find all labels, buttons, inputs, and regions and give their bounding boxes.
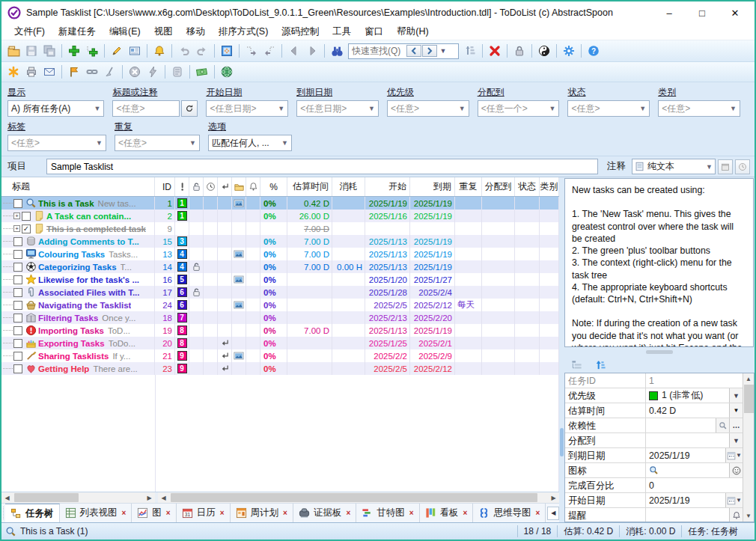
calendar-dropdown-button[interactable]: ▼ (725, 448, 743, 462)
task-title-cell[interactable]: Navigating the Tasklist (1, 299, 155, 311)
task-title-cell[interactable]: Categorizing TasksT... (1, 260, 155, 273)
columns-hscrollbar[interactable]: ◀▶ (158, 492, 559, 503)
expand-icon[interactable]: + (13, 225, 20, 232)
column-header-due[interactable]: 到期 (410, 177, 455, 196)
task-checkbox[interactable] (13, 314, 22, 323)
column-header-estimate[interactable]: 估算时间 (287, 177, 332, 196)
web-globe-button[interactable] (218, 64, 236, 81)
task-checkbox[interactable] (13, 339, 22, 348)
menu-item-5[interactable]: 排序方式(S) (212, 24, 275, 40)
task-row[interactable]: Adding Comments to T...1530%7.00 D2025/1… (1, 235, 559, 248)
save-button[interactable] (22, 43, 40, 60)
menu-item-7[interactable]: 工具 (326, 24, 358, 40)
tab-drag-grip[interactable] (3, 507, 4, 519)
task-row[interactable]: +✓This is a completed task97.00 D (1, 222, 559, 235)
task-checkbox[interactable]: ✓ (22, 224, 31, 233)
open-folder-button[interactable] (4, 43, 22, 60)
task-row[interactable]: Filtering TasksOnce y...1870%2025/2/1320… (1, 311, 559, 324)
attribute-row[interactable]: 到期日期2025/1/19▼ (565, 448, 743, 463)
menu-item-8[interactable]: 窗口 (358, 24, 390, 40)
view-tab-图[interactable]: 图× (132, 504, 176, 522)
task-title-cell[interactable]: Filtering TasksOnce y... (1, 311, 155, 324)
task-checkbox[interactable] (13, 237, 22, 246)
column-header-id[interactable]: ID (155, 177, 175, 196)
menu-item-1[interactable]: 新建任务 (52, 24, 103, 40)
attribute-row[interactable]: 提醒 (565, 508, 743, 522)
find-binoculars-button[interactable] (328, 43, 346, 60)
column-header-status[interactable]: 状态 (515, 177, 540, 196)
task-row[interactable]: Getting HelpThere are...2390%2025/2/5202… (1, 362, 559, 375)
spin-down-button[interactable]: ▼ (729, 403, 743, 418)
expand-icon[interactable]: + (13, 213, 20, 219)
tab-close-icon[interactable]: × (535, 509, 540, 517)
indent-left-button[interactable] (260, 43, 278, 60)
menu-item-4[interactable]: 移动 (180, 24, 212, 40)
attribute-value[interactable] (646, 463, 729, 477)
find-prev-button[interactable] (406, 45, 421, 57)
task-row[interactable]: Navigating the Tasklist2460%2025/2/52025… (1, 299, 559, 311)
broom-button[interactable] (101, 64, 119, 81)
maximize-view-button[interactable] (218, 43, 236, 60)
lightning-bolt-button[interactable] (144, 64, 162, 81)
minimize-button[interactable]: – (653, 3, 686, 22)
menu-item-9[interactable]: 帮助(H) (390, 24, 435, 40)
view-tab-周计划[interactable]: 周计划× (231, 504, 293, 522)
column-header-spent[interactable]: 消耗 (332, 177, 365, 196)
tab-close-icon[interactable]: × (283, 509, 287, 517)
dependency-view-button[interactable] (716, 418, 729, 433)
filter-combo[interactable]: <任意>▼ (658, 100, 740, 117)
save-all-button[interactable] (40, 43, 58, 60)
column-header-percent[interactable]: % (260, 177, 287, 196)
find-next-button[interactable] (422, 45, 437, 57)
calendar-dropdown-button[interactable]: ▼ (725, 493, 743, 507)
filter-combo[interactable]: <任意>▼ (7, 135, 106, 151)
task-title-cell[interactable]: Associated Files with T... (1, 286, 155, 299)
resize-grip[interactable] (744, 523, 755, 540)
task-row[interactable]: Sharing TasklistsIf y...2190%2025/2/2202… (1, 349, 559, 362)
task-title-cell[interactable]: Getting HelpThere are... (1, 362, 155, 375)
combo-dropdown-button[interactable]: ▼ (729, 388, 743, 403)
nav-back-button[interactable] (285, 43, 303, 60)
project-name-input[interactable] (46, 159, 598, 174)
attribute-row[interactable]: 分配到▼ (565, 433, 743, 448)
comments-date-button[interactable] (718, 159, 733, 174)
task-checkbox[interactable] (22, 212, 31, 221)
filter-combo[interactable]: 匹配任何人, ...▼ (208, 135, 292, 151)
yinyang-button[interactable] (535, 43, 553, 60)
filter-combo[interactable]: A) 所有任务(A)▼ (7, 100, 104, 117)
tab-close-icon[interactable]: × (346, 509, 350, 517)
view-tab-日历[interactable]: 31日历× (177, 504, 231, 522)
link-chain-button[interactable] (83, 64, 101, 81)
task-title-cell[interactable]: Exporting TasksToDo... (1, 337, 155, 349)
task-row[interactable]: Categorizing TasksT...1440%7.00 D0.00 H2… (1, 260, 559, 273)
scroll-paper-button[interactable] (168, 64, 186, 81)
attribute-value[interactable] (646, 433, 729, 447)
email-envelope-button[interactable] (40, 64, 58, 81)
preferences-gear-button[interactable] (560, 43, 578, 60)
new-subtask-plus-button[interactable] (83, 43, 101, 60)
task-checkbox[interactable] (13, 263, 22, 272)
menu-item-3[interactable]: 视图 (147, 24, 180, 40)
task-row[interactable]: Colouring TasksTasks...1340%7.00 D2025/1… (1, 248, 559, 260)
quick-find-input[interactable] (352, 46, 406, 56)
menu-item-0[interactable]: 文件(F) (7, 24, 52, 40)
delete-x-button[interactable] (486, 43, 504, 60)
task-row[interactable]: This is a TaskNew tas...110%0.42 D2025/1… (1, 197, 559, 210)
task-checkbox[interactable] (13, 275, 22, 284)
sort-ascending-button[interactable] (591, 356, 609, 373)
task-row[interactable]: +A Task can contain...210%26.00 D2025/1/… (1, 210, 559, 222)
menu-item-6[interactable]: 源码控制 (275, 24, 326, 40)
comments-clock-button[interactable] (735, 159, 750, 174)
menu-item-2[interactable]: 编辑(E) (103, 24, 147, 40)
reminder-bell-button[interactable] (150, 43, 168, 60)
comments-format-select[interactable]: 纯文本 ▼ (632, 159, 716, 174)
attribute-value[interactable]: 1 (646, 373, 743, 388)
print-button[interactable] (22, 64, 40, 81)
tab-close-icon[interactable]: × (166, 509, 171, 517)
view-tab-思维导图[interactable]: 思维导图× (473, 504, 546, 522)
redo-button[interactable] (193, 43, 211, 60)
task-title-cell[interactable]: Colouring TasksTasks... (1, 248, 155, 260)
view-tab-列表视图[interactable]: 列表视图× (60, 504, 132, 522)
task-checkbox[interactable] (13, 364, 22, 373)
view-tab-甘特图[interactable]: 甘特图× (356, 504, 419, 522)
